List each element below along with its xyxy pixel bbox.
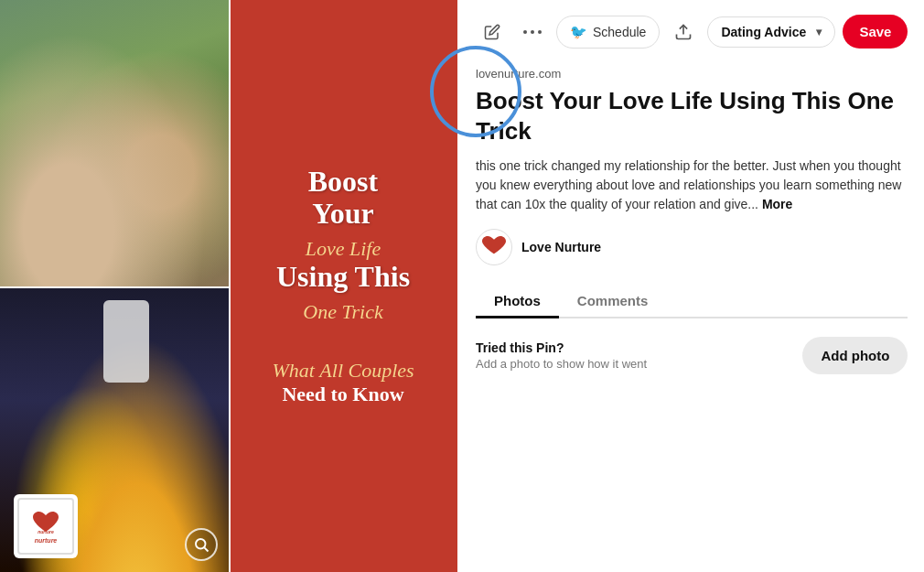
overlay-need-to-know: Need to Know [282,383,403,406]
bird-icon: 🐦 [570,24,587,40]
save-button[interactable]: Save [843,15,908,49]
overlay-what: What All Couples [272,359,414,383]
logo-watermark: nurture nurture [14,494,78,558]
tabs-row: Photos Comments [476,284,908,318]
pin-image-panel: Boost Your Love Life Using This One Tric… [0,0,457,572]
edit-button[interactable] [476,16,509,49]
svg-line-2 [204,547,208,551]
tried-subtext: Add a photo to show how it went [476,357,647,371]
overlay-title-line4: Using This [276,261,410,293]
chevron-down-icon: ▾ [816,26,822,38]
schedule-button[interactable]: 🐦 Schedule [556,16,660,49]
tried-pin-section: Tried this Pin? Add a photo to show how … [476,337,908,374]
overlay-title-line1: Boost [308,166,378,198]
overlay-all-couples: All Couples [319,359,414,382]
author-row: Love Nurture [476,229,908,265]
lens-search-icon[interactable] [185,528,218,561]
svg-point-3 [523,30,527,34]
svg-point-4 [531,30,534,34]
add-photo-label: Add photo [821,348,889,363]
svg-point-5 [538,30,542,34]
image-bottom-left: nurture nurture [0,286,229,573]
tried-text-block: Tried this Pin? Add a photo to show how … [476,340,647,371]
overlay-title-line3: Love Life [306,237,381,261]
schedule-label: Schedule [593,25,646,39]
board-selector-button[interactable]: Dating Advice ▾ [707,16,835,48]
love-nurture-logo-icon: nurture [31,510,60,535]
author-avatar[interactable] [476,229,512,265]
pin-description-text: this one trick changed my relationship f… [476,158,901,211]
pin-content-area: lovenurture.com Boost Your Love Life Usi… [476,61,908,572]
author-name[interactable]: Love Nurture [521,240,601,254]
tab-photos-label: Photos [494,293,541,308]
board-name: Dating Advice [721,25,806,39]
pin-detail-panel: 🐦 Schedule Dating Advice ▾ Save lovenurt… [457,0,924,572]
image-top-left [0,0,229,286]
overlay-title-line5: One Trick [303,300,382,324]
add-photo-button[interactable]: Add photo [802,337,908,374]
pin-toolbar: 🐦 Schedule Dating Advice ▾ Save [476,0,908,61]
save-label: Save [859,24,891,39]
more-options-button[interactable] [516,16,549,49]
pin-description: this one trick changed my relationship f… [476,156,908,214]
source-url: lovenurture.com [476,65,908,81]
svg-text:nurture: nurture [38,529,54,534]
tab-photos[interactable]: Photos [476,284,559,318]
more-link[interactable]: More [762,197,792,211]
svg-point-1 [196,539,206,549]
overlay-title-line2: Your [312,198,374,230]
upload-button[interactable] [667,16,700,49]
tried-heading: Tried this Pin? [476,340,647,355]
image-top-right: Boost Your Love Life Using This One Tric… [229,0,457,572]
tab-comments[interactable]: Comments [559,284,667,318]
tab-comments-label: Comments [577,293,649,308]
pin-title: Boost Your Love Life Using This One Tric… [476,86,908,146]
